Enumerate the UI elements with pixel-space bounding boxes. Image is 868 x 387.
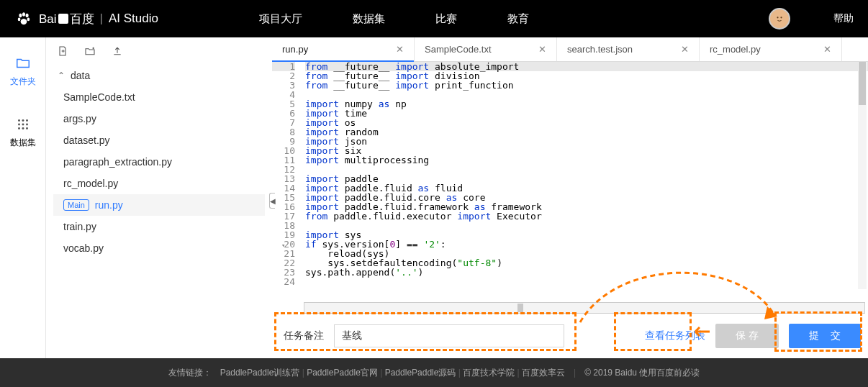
footer-prefix: 友情链接： <box>168 367 212 379</box>
svg-point-16 <box>26 127 28 129</box>
svg-point-14 <box>18 127 20 129</box>
grid-icon <box>15 117 31 132</box>
tree-file-label: dataset.py <box>63 135 110 146</box>
tree-file-label: run.py <box>95 199 123 211</box>
code-line[interactable]: from __future__ import print_function <box>305 81 868 90</box>
tab-SampleCode-txt[interactable]: SampleCode.txt✕ <box>415 37 557 61</box>
tree-file-dataset-py[interactable]: dataset.py <box>53 129 265 151</box>
close-icon[interactable]: ✕ <box>538 44 546 55</box>
tab-run-py[interactable]: run.py✕ <box>272 37 415 61</box>
code-area[interactable]: 12345678910111213141516171819▾2021222324… <box>272 62 868 302</box>
close-icon[interactable]: ✕ <box>681 44 689 55</box>
tree-file-SampleCode-txt[interactable]: SampleCode.txt <box>53 86 265 108</box>
nav: 项目大厅 数据集 比赛 教育 <box>259 12 529 26</box>
svg-point-10 <box>26 119 28 122</box>
view-task-list-link[interactable]: 查看任务列表 <box>645 329 705 342</box>
code-line[interactable]: sys.path.append('..') <box>305 268 868 277</box>
code-line[interactable]: import numpy as np <box>305 99 868 109</box>
nav-contests[interactable]: 比赛 <box>435 12 457 26</box>
help-link[interactable]: 帮助 <box>833 12 854 25</box>
svg-point-9 <box>22 119 24 122</box>
tree-file-train-py[interactable]: train.py <box>53 216 265 237</box>
tree-file-label: rc_model.py <box>63 178 118 189</box>
footer-link[interactable]: PaddlePaddle训练营 <box>220 368 300 378</box>
code-line[interactable]: from paddle.fluid.executor import Execut… <box>305 211 868 221</box>
tab-search-test-json[interactable]: search.test.json✕ <box>557 37 700 61</box>
logo-square-icon <box>58 14 68 24</box>
panel-collapse-handle[interactable]: ◀ <box>269 193 275 209</box>
tab-label: SampleCode.txt <box>425 44 492 55</box>
submit-button[interactable]: 提 交 <box>789 324 861 348</box>
tree-folder-label: data <box>71 70 90 81</box>
avatar[interactable] <box>769 8 790 29</box>
tree-file-label: SampleCode.txt <box>63 91 135 103</box>
tab-rc_model-py[interactable]: rc_model.py✕ <box>700 37 842 61</box>
svg-point-5 <box>773 12 786 25</box>
scrollbar-horizontal[interactable] <box>304 302 865 314</box>
tree-file-label: train.py <box>63 221 96 232</box>
tab-label: search.test.json <box>567 44 633 55</box>
svg-point-2 <box>26 14 29 18</box>
scrollbar-vertical[interactable] <box>858 62 867 289</box>
tree-file-run-py[interactable]: Mainrun.py <box>53 194 265 216</box>
product-name: AI Studio <box>109 12 158 26</box>
svg-point-0 <box>19 14 22 18</box>
footer-link[interactable]: PaddlePaddle源码 <box>385 368 456 378</box>
tree-folder-data[interactable]: ⌃ data <box>53 65 265 86</box>
iconbar-datasets[interactable]: 数据集 <box>10 117 36 149</box>
logo[interactable]: Bai百度 | AI Studio <box>14 9 158 28</box>
svg-point-7 <box>780 17 782 18</box>
tree-file-args-py[interactable]: args.py <box>53 108 265 129</box>
tree-file-label: vocab.py <box>63 242 104 254</box>
svg-point-11 <box>18 124 20 126</box>
tree-file-paragraph_extraction-py[interactable]: paragraph_extraction.py <box>53 151 265 173</box>
code-line[interactable]: import time <box>305 109 868 118</box>
task-note-label: 任务备注 <box>284 329 324 342</box>
code-line[interactable]: import random <box>305 127 868 137</box>
close-icon[interactable]: ✕ <box>823 44 831 55</box>
tree-file-label: paragraph_extraction.py <box>63 156 172 168</box>
tab-label: rc_model.py <box>710 44 761 55</box>
footer-link[interactable]: PaddlePaddle官网 <box>307 368 378 378</box>
footer-link[interactable]: 百度技术学院 <box>463 368 515 378</box>
file-tree: ⌃ data SampleCode.txtargs.pydataset.pypa… <box>46 65 272 259</box>
tree-file-label: args.py <box>63 113 96 124</box>
logo-text: Bai <box>39 12 57 26</box>
iconbar: 文件夹 数据集 <box>0 37 46 358</box>
nav-projects[interactable]: 项目大厅 <box>259 12 302 26</box>
nav-education[interactable]: 教育 <box>507 12 529 26</box>
footer-copyright: © 2019 Baidu 使用百度前必读 <box>584 367 700 379</box>
header: Bai百度 | AI Studio 项目大厅 数据集 比赛 教育 帮助 <box>0 0 868 37</box>
new-folder-icon[interactable] <box>84 45 96 57</box>
svg-point-13 <box>26 124 28 126</box>
new-file-icon[interactable] <box>57 45 68 57</box>
tree-file-rc_model-py[interactable]: rc_model.py <box>53 173 265 194</box>
footer: 友情链接： PaddlePaddle训练营 | PaddlePaddle官网 |… <box>0 358 868 387</box>
editor: run.py✕SampleCode.txt✕search.test.json✕r… <box>272 37 868 358</box>
upload-icon[interactable] <box>112 45 123 57</box>
svg-point-8 <box>18 119 20 122</box>
close-icon[interactable]: ✕ <box>396 44 404 55</box>
task-note-input[interactable] <box>334 324 564 347</box>
code-line[interactable] <box>305 277 868 286</box>
code-line[interactable]: import multiprocessing <box>305 155 868 165</box>
nav-datasets[interactable]: 数据集 <box>353 12 385 26</box>
code-line[interactable]: import json <box>305 137 868 146</box>
chevron-up-icon: ⌃ <box>58 70 65 81</box>
main-badge: Main <box>63 199 89 211</box>
footer-link[interactable]: 百度效率云 <box>522 368 565 378</box>
code-line[interactable]: import os <box>305 118 868 127</box>
gutter-line[interactable]: 24 <box>272 277 295 286</box>
svg-point-3 <box>18 18 21 22</box>
svg-point-15 <box>22 127 24 129</box>
editor-tabs: run.py✕SampleCode.txt✕search.test.json✕r… <box>272 37 868 62</box>
logo-suffix: 百度 <box>70 12 94 26</box>
iconbar-files[interactable]: 文件夹 <box>10 55 36 88</box>
svg-point-4 <box>27 18 30 22</box>
code-line[interactable] <box>305 165 868 174</box>
code-line[interactable] <box>305 221 868 230</box>
iconbar-datasets-label: 数据集 <box>10 137 36 149</box>
save-button[interactable]: 保 存 <box>715 324 779 348</box>
tree-file-vocab-py[interactable]: vocab.py <box>53 237 265 259</box>
svg-point-1 <box>22 12 25 17</box>
